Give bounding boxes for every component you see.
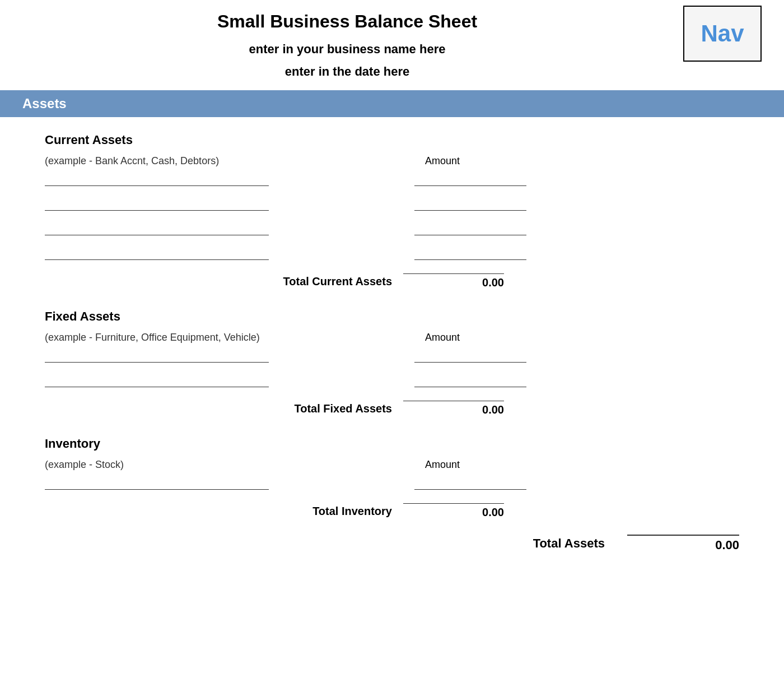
current-assets-label-2[interactable] [45, 195, 269, 211]
current-assets-label-1[interactable] [45, 170, 269, 186]
fixed-assets-inputs [22, 347, 762, 387]
fixed-assets-amount-col: Amount [381, 332, 504, 344]
current-assets-section: Current Assets (example - Bank Accnt, Ca… [0, 128, 784, 558]
fixed-assets-subsection: Fixed Assets (example - Furniture, Offic… [22, 305, 762, 421]
fixed-assets-title: Fixed Assets [22, 305, 762, 328]
current-assets-row-3 [45, 220, 739, 235]
fixed-assets-label-1[interactable] [45, 347, 269, 363]
total-fixed-assets-value: 0.00 [403, 401, 504, 416]
current-assets-amount-4[interactable] [414, 244, 526, 260]
assets-section-title: Assets [22, 96, 67, 111]
assets-section-header: Assets [0, 90, 784, 117]
business-name-placeholder: enter in your business name here [22, 42, 672, 57]
current-assets-label-4[interactable] [45, 244, 269, 260]
nav-logo-box: Nav [683, 6, 762, 62]
header: Small Business Balance Sheet enter in yo… [0, 0, 784, 85]
current-assets-row-1 [45, 170, 739, 186]
fixed-assets-row-1 [45, 347, 739, 363]
inventory-subsection: Inventory (example - Stock) Amount Total… [22, 432, 762, 523]
header-titles: Small Business Balance Sheet enter in yo… [22, 11, 762, 79]
fixed-assets-column-headers: (example - Furniture, Office Equipment, … [22, 328, 762, 347]
total-inventory-row: Total Inventory 0.00 [22, 499, 762, 523]
total-current-assets-label: Total Current Assets [45, 275, 403, 288]
page: Small Business Balance Sheet enter in yo… [0, 0, 784, 673]
inventory-column-headers: (example - Stock) Amount [22, 456, 762, 474]
inventory-amount-col: Amount [381, 459, 504, 471]
fixed-assets-amount-1[interactable] [414, 347, 526, 363]
inventory-row-1 [45, 474, 739, 490]
inventory-example-label: (example - Stock) [45, 459, 381, 471]
total-assets-value: 0.00 [627, 535, 739, 553]
inventory-title: Inventory [22, 432, 762, 456]
current-assets-row-2 [45, 195, 739, 211]
total-inventory-label: Total Inventory [45, 505, 403, 518]
total-inventory-value: 0.00 [403, 503, 504, 519]
fixed-assets-row-2 [45, 372, 739, 387]
main-title: Small Business Balance Sheet [22, 11, 672, 32]
date-placeholder: enter in the date here [22, 64, 672, 79]
total-assets-label: Total Assets [533, 536, 605, 551]
current-assets-row-4 [45, 244, 739, 260]
current-assets-column-headers: (example - Bank Accnt, Cash, Debtors) Am… [22, 152, 762, 170]
current-assets-amount-1[interactable] [414, 170, 526, 186]
total-current-assets-row: Total Current Assets 0.00 [22, 269, 762, 294]
current-assets-amount-2[interactable] [414, 195, 526, 211]
fixed-assets-amount-2[interactable] [414, 372, 526, 387]
current-assets-amount-3[interactable] [414, 220, 526, 235]
total-fixed-assets-row: Total Fixed Assets 0.00 [22, 396, 762, 421]
total-assets-row: Total Assets 0.00 [22, 529, 762, 558]
total-fixed-assets-label: Total Fixed Assets [45, 402, 403, 415]
current-assets-label-3[interactable] [45, 220, 269, 235]
fixed-assets-label-2[interactable] [45, 372, 269, 387]
current-assets-amount-col: Amount [381, 155, 504, 167]
inventory-inputs [22, 474, 762, 490]
current-assets-title: Current Assets [22, 128, 762, 152]
inventory-label-1[interactable] [45, 474, 269, 490]
current-assets-inputs [22, 170, 762, 260]
current-assets-subsection: Current Assets (example - Bank Accnt, Ca… [22, 128, 762, 294]
nav-logo: Nav [701, 20, 744, 47]
total-current-assets-value: 0.00 [403, 273, 504, 289]
fixed-assets-example-label: (example - Furniture, Office Equipment, … [45, 332, 381, 344]
current-assets-example-label: (example - Bank Accnt, Cash, Debtors) [45, 155, 381, 167]
inventory-amount-1[interactable] [414, 474, 526, 490]
